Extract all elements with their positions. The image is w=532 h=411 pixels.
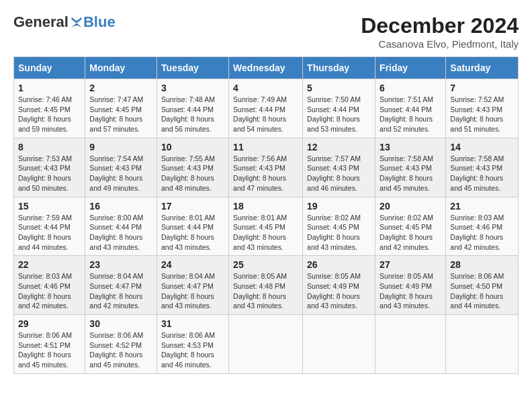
- day-info: Sunrise: 8:05 AMSunset: 4:49 PMDaylight:…: [380, 271, 441, 311]
- calendar-cell: 7Sunrise: 7:52 AMSunset: 4:43 PMDaylight…: [446, 79, 519, 138]
- day-number: 26: [307, 259, 371, 270]
- day-number: 6: [380, 83, 441, 93]
- day-number: 29: [18, 318, 81, 329]
- day-number: 9: [89, 142, 152, 152]
- day-info: Sunrise: 7:58 AMSunset: 4:43 PMDaylight:…: [450, 154, 514, 193]
- day-number: 3: [161, 83, 224, 93]
- subtitle: Casanova Elvo, Piedmont, Italy: [361, 38, 519, 50]
- day-info: Sunrise: 7:46 AMSunset: 4:45 PMDaylight:…: [18, 95, 81, 134]
- calendar-cell: 9Sunrise: 7:54 AMSunset: 4:43 PMDaylight…: [85, 138, 157, 197]
- day-info: Sunrise: 8:06 AMSunset: 4:53 PMDaylight:…: [161, 330, 224, 370]
- calendar-cell: 15Sunrise: 7:59 AMSunset: 4:44 PMDayligh…: [14, 197, 85, 256]
- calendar-cell: 1Sunrise: 7:46 AMSunset: 4:45 PMDaylight…: [14, 79, 85, 138]
- calendar-header-friday: Friday: [375, 57, 446, 79]
- calendar-cell: 17Sunrise: 8:01 AMSunset: 4:44 PMDayligh…: [157, 197, 229, 256]
- day-number: 4: [233, 83, 298, 93]
- calendar-cell: 24Sunrise: 8:04 AMSunset: 4:47 PMDayligh…: [157, 256, 229, 315]
- main-title: December 2024: [361, 13, 519, 38]
- day-number: 19: [307, 201, 371, 212]
- calendar-header-tuesday: Tuesday: [157, 57, 229, 79]
- day-info: Sunrise: 7:56 AMSunset: 4:43 PMDaylight:…: [233, 154, 298, 193]
- calendar-cell: 5Sunrise: 7:50 AMSunset: 4:44 PMDaylight…: [303, 79, 375, 138]
- calendar-cell: 13Sunrise: 7:58 AMSunset: 4:43 PMDayligh…: [375, 138, 446, 197]
- title-section: December 2024 Casanova Elvo, Piedmont, I…: [361, 13, 519, 50]
- day-info: Sunrise: 7:47 AMSunset: 4:45 PMDaylight:…: [89, 95, 152, 134]
- day-number: 12: [307, 142, 371, 152]
- day-number: 10: [161, 142, 224, 152]
- day-number: 23: [89, 259, 152, 270]
- calendar-cell: 3Sunrise: 7:48 AMSunset: 4:44 PMDaylight…: [157, 79, 229, 138]
- day-info: Sunrise: 7:58 AMSunset: 4:43 PMDaylight:…: [380, 154, 441, 193]
- day-info: Sunrise: 8:02 AMSunset: 4:45 PMDaylight:…: [307, 213, 371, 253]
- calendar-cell: 19Sunrise: 8:02 AMSunset: 4:45 PMDayligh…: [303, 197, 375, 256]
- day-info: Sunrise: 8:03 AMSunset: 4:46 PMDaylight:…: [18, 271, 81, 311]
- day-number: 28: [450, 259, 514, 270]
- day-info: Sunrise: 7:55 AMSunset: 4:43 PMDaylight:…: [161, 154, 224, 193]
- day-info: Sunrise: 8:02 AMSunset: 4:45 PMDaylight:…: [380, 213, 441, 253]
- day-info: Sunrise: 8:04 AMSunset: 4:47 PMDaylight:…: [161, 271, 224, 311]
- calendar-cell: [303, 315, 375, 374]
- day-info: Sunrise: 7:57 AMSunset: 4:43 PMDaylight:…: [307, 154, 371, 193]
- calendar-cell: 28Sunrise: 8:06 AMSunset: 4:50 PMDayligh…: [446, 256, 519, 315]
- calendar-header-thursday: Thursday: [303, 57, 375, 79]
- calendar-cell: 10Sunrise: 7:55 AMSunset: 4:43 PMDayligh…: [157, 138, 229, 197]
- day-number: 14: [450, 142, 514, 152]
- day-number: 22: [18, 259, 81, 270]
- day-info: Sunrise: 7:59 AMSunset: 4:44 PMDaylight:…: [18, 213, 81, 253]
- day-number: 25: [233, 259, 298, 270]
- day-number: 7: [450, 83, 514, 93]
- calendar-cell: 18Sunrise: 8:01 AMSunset: 4:45 PMDayligh…: [229, 197, 303, 256]
- calendar-cell: 16Sunrise: 8:00 AMSunset: 4:44 PMDayligh…: [85, 197, 157, 256]
- day-info: Sunrise: 8:06 AMSunset: 4:52 PMDaylight:…: [89, 330, 152, 370]
- calendar-header-wednesday: Wednesday: [229, 57, 303, 79]
- calendar-cell: 4Sunrise: 7:49 AMSunset: 4:44 PMDaylight…: [229, 79, 303, 138]
- calendar-header-monday: Monday: [85, 57, 157, 79]
- calendar-cell: [375, 315, 446, 374]
- day-info: Sunrise: 8:03 AMSunset: 4:46 PMDaylight:…: [450, 213, 514, 253]
- calendar-cell: 31Sunrise: 8:06 AMSunset: 4:53 PMDayligh…: [157, 315, 229, 374]
- day-info: Sunrise: 8:06 AMSunset: 4:51 PMDaylight:…: [18, 330, 81, 370]
- day-info: Sunrise: 7:49 AMSunset: 4:44 PMDaylight:…: [233, 95, 298, 134]
- day-info: Sunrise: 7:53 AMSunset: 4:43 PMDaylight:…: [18, 154, 81, 193]
- calendar-cell: 26Sunrise: 8:05 AMSunset: 4:49 PMDayligh…: [303, 256, 375, 315]
- calendar-cell: 27Sunrise: 8:05 AMSunset: 4:49 PMDayligh…: [375, 256, 446, 315]
- day-number: 8: [18, 142, 81, 152]
- day-number: 11: [233, 142, 298, 152]
- day-info: Sunrise: 8:06 AMSunset: 4:50 PMDaylight:…: [450, 271, 514, 311]
- day-info: Sunrise: 7:54 AMSunset: 4:43 PMDaylight:…: [89, 154, 152, 193]
- day-number: 2: [89, 83, 152, 93]
- calendar-week-row: 22Sunrise: 8:03 AMSunset: 4:46 PMDayligh…: [14, 256, 519, 315]
- logo-blue-text: Blue: [83, 13, 116, 31]
- calendar-week-row: 29Sunrise: 8:06 AMSunset: 4:51 PMDayligh…: [14, 315, 519, 374]
- calendar-header-sunday: Sunday: [14, 57, 85, 79]
- calendar-cell: [229, 315, 303, 374]
- calendar-table: SundayMondayTuesdayWednesdayThursdayFrid…: [13, 56, 519, 374]
- day-number: 30: [89, 318, 152, 329]
- day-info: Sunrise: 8:01 AMSunset: 4:45 PMDaylight:…: [233, 213, 298, 253]
- calendar-cell: 21Sunrise: 8:03 AMSunset: 4:46 PMDayligh…: [446, 197, 519, 256]
- day-number: 5: [307, 83, 371, 93]
- calendar-week-row: 1Sunrise: 7:46 AMSunset: 4:45 PMDaylight…: [14, 79, 519, 138]
- day-info: Sunrise: 8:05 AMSunset: 4:48 PMDaylight:…: [233, 271, 298, 311]
- calendar-cell: [446, 315, 519, 374]
- day-info: Sunrise: 8:04 AMSunset: 4:47 PMDaylight:…: [89, 271, 152, 311]
- calendar-cell: 22Sunrise: 8:03 AMSunset: 4:46 PMDayligh…: [14, 256, 85, 315]
- calendar-cell: 25Sunrise: 8:05 AMSunset: 4:48 PMDayligh…: [229, 256, 303, 315]
- day-info: Sunrise: 7:48 AMSunset: 4:44 PMDaylight:…: [161, 95, 224, 134]
- day-info: Sunrise: 7:52 AMSunset: 4:43 PMDaylight:…: [450, 95, 514, 134]
- calendar-header-saturday: Saturday: [446, 57, 519, 79]
- day-info: Sunrise: 7:51 AMSunset: 4:44 PMDaylight:…: [380, 95, 441, 134]
- day-number: 15: [18, 201, 81, 212]
- day-info: Sunrise: 8:01 AMSunset: 4:44 PMDaylight:…: [161, 213, 224, 253]
- day-number: 16: [89, 201, 152, 212]
- day-info: Sunrise: 8:05 AMSunset: 4:49 PMDaylight:…: [307, 271, 371, 311]
- day-number: 17: [161, 201, 224, 212]
- logo: General Blue: [13, 13, 116, 31]
- day-number: 31: [161, 318, 224, 329]
- day-number: 18: [233, 201, 298, 212]
- day-number: 27: [380, 259, 441, 270]
- day-number: 20: [380, 201, 441, 212]
- calendar-header-row: SundayMondayTuesdayWednesdayThursdayFrid…: [14, 57, 519, 79]
- calendar-week-row: 8Sunrise: 7:53 AMSunset: 4:43 PMDaylight…: [14, 138, 519, 197]
- calendar-cell: 2Sunrise: 7:47 AMSunset: 4:45 PMDaylight…: [85, 79, 157, 138]
